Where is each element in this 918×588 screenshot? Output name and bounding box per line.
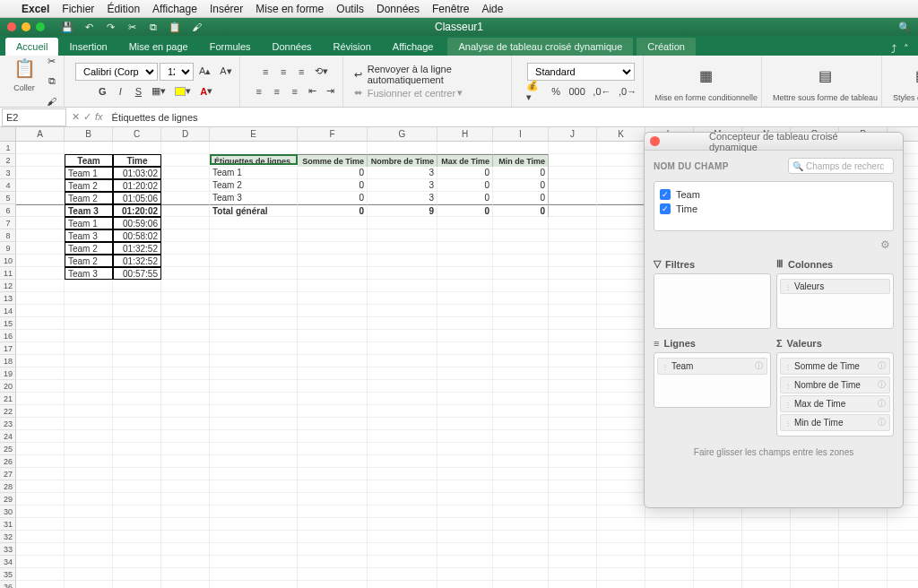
cell[interactable] (597, 305, 645, 317)
cell[interactable] (161, 305, 210, 317)
row-header[interactable]: 27 (0, 468, 16, 480)
menu-view[interactable]: Affichage (152, 3, 197, 15)
cell[interactable] (549, 242, 597, 255)
pivot-item-max-time[interactable]: ⋮Max de Timeⓘ (780, 395, 890, 412)
cell[interactable] (742, 543, 791, 556)
cell[interactable] (161, 330, 210, 342)
cell[interactable] (597, 317, 645, 330)
cell[interactable]: 01:20:02 (113, 179, 161, 192)
cell[interactable] (298, 506, 368, 518)
cell[interactable] (16, 506, 65, 518)
cell[interactable] (597, 393, 645, 405)
cell[interactable] (549, 330, 597, 342)
cell[interactable] (493, 229, 549, 242)
cell[interactable] (839, 581, 888, 588)
cell[interactable] (16, 192, 65, 204)
cell[interactable] (298, 405, 368, 418)
cell[interactable] (437, 292, 493, 305)
cell[interactable] (210, 493, 298, 506)
cell[interactable] (597, 368, 645, 380)
cell[interactable] (210, 468, 298, 480)
cell[interactable] (742, 531, 791, 543)
cell[interactable] (16, 255, 65, 267)
cell[interactable] (437, 556, 493, 568)
row-header[interactable]: 25 (0, 443, 16, 455)
menu-tools[interactable]: Outils (336, 3, 364, 15)
cell[interactable] (161, 267, 210, 280)
cell[interactable] (368, 480, 437, 493)
cell[interactable]: Somme de Time (298, 154, 368, 167)
cell[interactable] (16, 179, 65, 192)
cell[interactable] (597, 405, 645, 418)
cell[interactable] (437, 255, 493, 267)
pivot-zone-columns[interactable]: ⅢColonnes ⋮Valeurs (776, 255, 894, 329)
cell[interactable] (16, 518, 65, 531)
cell[interactable] (65, 305, 113, 317)
col-header-E[interactable]: E (210, 127, 298, 141)
row-header[interactable]: 31 (0, 518, 16, 531)
cell[interactable] (210, 430, 298, 443)
cell[interactable] (298, 317, 368, 330)
cell[interactable] (161, 581, 210, 588)
cell[interactable] (113, 142, 161, 154)
cell[interactable] (549, 543, 597, 556)
cell[interactable] (549, 280, 597, 292)
decrease-decimal-icon[interactable]: ,0→ (616, 82, 640, 100)
row-header[interactable]: 14 (0, 305, 16, 317)
cell[interactable] (16, 493, 65, 506)
qat-formatpainter-icon[interactable]: 🖌 (188, 20, 204, 34)
cell[interactable] (65, 430, 113, 443)
cell[interactable] (437, 568, 493, 581)
cell[interactable] (113, 556, 161, 568)
cell[interactable] (597, 167, 645, 179)
cell[interactable] (298, 330, 368, 342)
cell[interactable] (437, 380, 493, 393)
cell[interactable] (161, 255, 210, 267)
cell[interactable] (493, 292, 549, 305)
row-header[interactable]: 7 (0, 217, 16, 229)
row-header[interactable]: 24 (0, 430, 16, 443)
underline-button[interactable]: S (130, 82, 146, 100)
cell[interactable] (549, 229, 597, 242)
cell[interactable] (694, 543, 742, 556)
cell[interactable] (694, 581, 742, 588)
cell[interactable] (161, 355, 210, 368)
indent-increase-icon[interactable]: ⇥ (323, 82, 339, 100)
cell[interactable] (65, 142, 113, 154)
search-icon[interactable]: 🔍 (898, 22, 911, 33)
cell[interactable] (113, 568, 161, 581)
cell[interactable] (549, 393, 597, 405)
cell[interactable] (65, 468, 113, 480)
cell[interactable] (161, 317, 210, 330)
cell[interactable] (113, 418, 161, 430)
merge-center-icon[interactable]: ⬌ (354, 87, 366, 99)
cell[interactable] (16, 305, 65, 317)
cell[interactable] (298, 518, 368, 531)
cell[interactable] (298, 280, 368, 292)
cell[interactable] (597, 242, 645, 255)
cell[interactable] (210, 581, 298, 588)
cell[interactable] (16, 568, 65, 581)
cell[interactable] (65, 543, 113, 556)
cell[interactable] (493, 342, 549, 355)
cell[interactable] (437, 229, 493, 242)
row-header[interactable]: 28 (0, 480, 16, 493)
cell[interactable] (298, 480, 368, 493)
tab-view[interactable]: Affichage (382, 38, 445, 56)
cell[interactable]: Team (65, 154, 113, 167)
indent-decrease-icon[interactable]: ⇤ (305, 82, 321, 100)
cell[interactable]: 0 (298, 204, 368, 217)
cell[interactable] (113, 543, 161, 556)
cell[interactable] (113, 368, 161, 380)
cell[interactable] (368, 455, 437, 468)
cell[interactable] (65, 518, 113, 531)
cell[interactable] (549, 531, 597, 543)
cell[interactable] (210, 142, 298, 154)
worksheet[interactable]: ABCDEFGHIJKLMNOP 12345678910111213141516… (0, 127, 918, 588)
cell[interactable] (161, 493, 210, 506)
paste-icon[interactable]: 📋 (9, 53, 39, 83)
cell[interactable] (368, 418, 437, 430)
cell[interactable] (113, 455, 161, 468)
cell[interactable] (210, 405, 298, 418)
cell[interactable]: 3 (368, 179, 437, 192)
